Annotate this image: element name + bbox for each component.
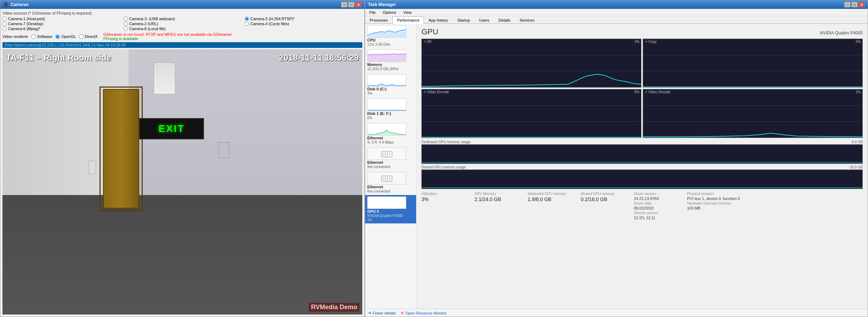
camera6-label: Camera-6 (Mpeg)* [8, 27, 40, 31]
camera1-radio[interactable] [2, 17, 7, 21]
tab-details[interactable]: Details [494, 16, 515, 24]
sidebar-item-disk1[interactable]: Disk 1 (E: F:) 0% [365, 97, 416, 122]
dedicated-mem-stat-label: Dedicated GPU memory [528, 192, 574, 196]
tab-users[interactable]: Users [475, 16, 494, 24]
fewer-details-btn[interactable]: ⊲ Fewer details [368, 311, 396, 315]
taskmanager-window: Task Manager ─ □ ✕ File Options View Pro… [365, 0, 868, 317]
gpu-model: NVIDIA Quadro P4000 [820, 30, 863, 35]
gpu-stats-row: Utilization 3% GPU Memory 2.1/24.0 GB De… [421, 192, 863, 220]
cameras-minimize-btn[interactable]: ─ [341, 2, 347, 7]
camera-room-label: TA-F11 – Right Room side [6, 53, 111, 63]
ethernet2-detail: Not connected [367, 189, 414, 193]
camera5-option[interactable]: Camera-5 (H.264:RTSP)* [245, 17, 362, 21]
camera8-label: Camera-8 (Local file) [129, 27, 166, 31]
sidebar-item-memory[interactable]: Memory 12.3/31.9 GB (39%) [365, 48, 416, 73]
cameras-close-btn[interactable]: ✕ [355, 2, 362, 7]
open-resource-monitor-btn[interactable]: ⊕ Open Resource Monitor [401, 311, 447, 315]
svg-marker-2 [368, 84, 406, 86]
directx-renderer-option[interactable]: DirectX [79, 34, 98, 39]
ethernet1-icon [367, 148, 406, 160]
tm-close-btn[interactable]: ✕ [858, 2, 865, 7]
gpu-graph-encode-label: ↗ Video Encode [423, 90, 449, 94]
ethernet2-label: Ethernet [367, 185, 414, 189]
chevron-left-icon: ⊲ [368, 311, 371, 315]
menu-options[interactable]: Options [380, 10, 399, 15]
tab-app-history[interactable]: App history [424, 16, 453, 24]
dedicated-mem-header: Dedicated GPU memory usage 8.0 GB [421, 140, 863, 144]
camera5-radio[interactable] [245, 17, 249, 21]
camera3-radio[interactable] [124, 17, 128, 21]
tab-startup[interactable]: Startup [453, 16, 474, 24]
sidebar-item-ethernet1[interactable]: Ethernet Not connected [365, 146, 416, 171]
cpu-label: CPU [367, 38, 414, 42]
camera-scene: EXIT TA-F11 – Right Room side 2018-11-11… [2, 49, 362, 315]
driver-version-label: Driver version: [634, 192, 680, 196]
utilization-value: 3% [421, 196, 467, 202]
camera6-option[interactable]: Camera-6 (Mpeg)* [2, 27, 120, 31]
gpu-graph-3d-pct: 3% [635, 40, 640, 44]
tab-processes[interactable]: Processes [365, 16, 392, 24]
ethernet2-icon [367, 172, 406, 184]
exit-text: EXIT [158, 123, 185, 134]
switch-plate [89, 161, 96, 174]
fewer-details-label: Fewer details [373, 311, 396, 315]
sidebar-item-ethernet2[interactable]: Ethernet Not connected [365, 171, 416, 195]
camera4-option[interactable]: Camera-4 (Cycle files) [245, 22, 362, 26]
gpu-graphs-grid: ↗ 3D 3% ↗ Copy 0% [421, 39, 863, 138]
camera2-label: Camera-2 (URL) [129, 22, 158, 26]
gpu0-label: GPU 0 [367, 209, 414, 213]
cpu-sparkline [367, 25, 406, 38]
directx-renderer-radio[interactable] [79, 34, 84, 39]
camera3-option[interactable]: Camera-3: (USB webcam) [124, 17, 241, 21]
software-renderer-option[interactable]: Software [31, 34, 52, 39]
disk0-detail: 3% [367, 91, 414, 95]
tab-performance[interactable]: Performance [392, 16, 424, 24]
camera6-radio[interactable] [2, 27, 7, 31]
sidebar-item-ethernet0[interactable]: Ethernet S: 0 R: 4.4 Mbps [365, 122, 416, 146]
video-renderer-label: Video renderer [2, 34, 28, 39]
camera5-label: Camera-5 (H.264:RTSP)* [250, 17, 295, 21]
camera1-option[interactable]: Camera-1 (Host:port) [2, 17, 120, 21]
camera4-radio[interactable] [245, 22, 249, 26]
camera-datetime: 2018-11-11 18:56:29 [279, 53, 359, 63]
resource-monitor-icon: ⊕ [401, 311, 404, 315]
tm-maximize-btn[interactable]: □ [851, 2, 858, 7]
disk1-sparkline [367, 99, 406, 111]
dedicated-mem-label: Dedicated GPU memory usage [421, 140, 470, 144]
camera2-radio[interactable] [124, 22, 128, 26]
camera7-radio[interactable] [2, 22, 7, 26]
gpu-graph-copy-pct: 0% [856, 40, 861, 44]
cpu-detail: 11% 2.48 GHz [367, 43, 414, 46]
menu-view[interactable]: View [401, 10, 415, 15]
light-fixture [154, 62, 175, 94]
cameras-title: Cameras [11, 2, 29, 7]
software-renderer-radio[interactable] [31, 34, 36, 39]
tab-services[interactable]: Services [515, 16, 539, 24]
ethernet1-label: Ethernet [367, 160, 414, 165]
taskmanager-body: CPU 11% 2.48 GHz Memory 12.3/31.9 GB (39… [365, 24, 868, 309]
directx-version-value: 12 (FL 12.1) [634, 216, 680, 220]
stat-driver-version: Driver version: 24.21.13.9783 Driver dat… [634, 192, 680, 220]
sidebar-item-gpu0[interactable]: GPU 0 NVIDIA Quadro P4000 3% [365, 195, 416, 224]
sidebar-item-cpu[interactable]: CPU 11% 2.48 GHz [365, 24, 416, 48]
camera3-label: Camera-3: (USB webcam) [129, 17, 175, 21]
driver-version-value: 24.21.13.9783 [634, 196, 680, 201]
software-renderer-label: Software [37, 34, 52, 39]
camera2-option[interactable]: Camera-2 (URL) [124, 22, 241, 26]
camera8-option[interactable]: Camera-8 (Local file) [124, 27, 241, 31]
stat-gpu-memory: GPU Memory 2.1/24.0 GB [475, 192, 521, 220]
menu-file[interactable]: File [367, 10, 379, 15]
camera7-option[interactable]: Camera-7 (Desktop) [2, 22, 120, 26]
cameras-maximize-btn[interactable]: □ [348, 2, 354, 7]
camera8-radio[interactable] [124, 27, 128, 31]
stat-dedicated-mem: Dedicated GPU memory 1.9/8.0 GB [528, 192, 574, 220]
disk1-label: Disk 1 (E: F:) [367, 111, 414, 116]
opengl-renderer-radio[interactable] [55, 34, 60, 39]
taskmanager-tabs: Processes Performance App history Startu… [365, 16, 868, 24]
sidebar-item-disk0[interactable]: Disk 0 (C:) 3% [365, 73, 416, 97]
opengl-renderer-option[interactable]: OpenGL [55, 34, 76, 39]
taskmanager-title: Task Manager [368, 2, 396, 7]
camera-watermark: RVMedia Demo [309, 303, 359, 312]
tm-minimize-btn[interactable]: ─ [844, 2, 851, 7]
taskmanager-main: GPU NVIDIA Quadro P4000 ↗ 3D 3% [416, 24, 868, 309]
